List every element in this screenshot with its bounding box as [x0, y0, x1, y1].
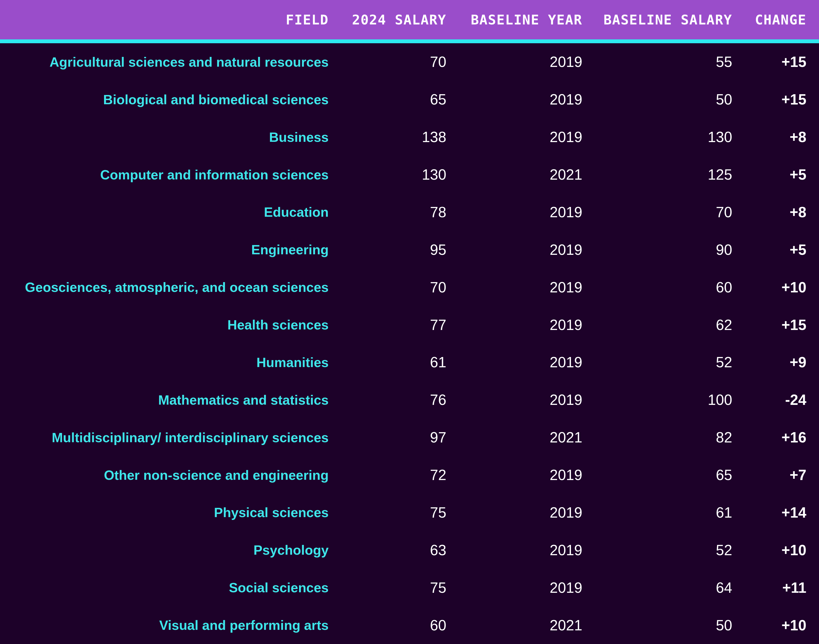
baseline-salary-cell: 52	[582, 543, 732, 558]
baseline-year-cell: 2019	[446, 393, 582, 407]
field-name-cell: Social sciences	[0, 581, 329, 594]
field-name-cell: Engineering	[0, 243, 329, 256]
field-name-cell: Education	[0, 205, 329, 219]
baseline-salary-cell: 64	[582, 580, 732, 595]
salary-change-table: FIELD 2024 SALARY BASELINE YEAR BASELINE…	[0, 0, 819, 644]
field-name-cell: Mathematics and statistics	[0, 393, 329, 407]
change-cell: +9	[732, 355, 807, 370]
table-row: Agricultural sciences and natural resour…	[0, 43, 819, 81]
field-name-cell: Multidisciplinary/ interdisciplinary sci…	[0, 431, 329, 444]
salary-2024-cell: 63	[329, 543, 446, 558]
change-cell: +5	[732, 167, 807, 182]
change-cell: +14	[732, 505, 807, 520]
salary-2024-cell: 75	[329, 505, 446, 520]
table-row: Geosciences, atmospheric, and ocean scie…	[0, 268, 819, 306]
salary-2024-cell: 95	[329, 242, 446, 257]
baseline-salary-cell: 70	[582, 205, 732, 219]
baseline-salary-cell: 55	[582, 55, 732, 69]
baseline-salary-cell: 65	[582, 468, 732, 482]
salary-2024-cell: 138	[329, 130, 446, 144]
salary-2024-cell: 78	[329, 205, 446, 219]
salary-2024-cell: 97	[329, 430, 446, 445]
salary-2024-cell: 130	[329, 167, 446, 182]
salary-2024-cell: 75	[329, 580, 446, 595]
baseline-salary-cell: 82	[582, 430, 732, 445]
table-row: Computer and information sciences 130 20…	[0, 156, 819, 193]
baseline-year-cell: 2019	[446, 505, 582, 520]
change-cell: +15	[732, 55, 807, 69]
change-cell: +5	[732, 242, 807, 257]
change-cell: +15	[732, 317, 807, 332]
header-baseline-year: BASELINE YEAR	[446, 12, 582, 28]
baseline-salary-cell: 61	[582, 505, 732, 520]
field-name-cell: Biological and biomedical sciences	[0, 93, 329, 106]
change-cell: +8	[732, 205, 807, 219]
baseline-salary-cell: 62	[582, 317, 732, 332]
baseline-salary-cell: 60	[582, 280, 732, 295]
change-cell: +16	[732, 430, 807, 445]
baseline-salary-cell: 100	[582, 393, 732, 407]
baseline-salary-cell: 50	[582, 92, 732, 107]
baseline-year-cell: 2019	[446, 92, 582, 107]
salary-2024-cell: 65	[329, 92, 446, 107]
table-row: Social sciences 75 2019 64 +11	[0, 569, 819, 606]
table-row: Biological and biomedical sciences 65 20…	[0, 81, 819, 118]
table-row: Engineering 95 2019 90 +5	[0, 231, 819, 268]
salary-2024-cell: 60	[329, 618, 446, 633]
baseline-year-cell: 2021	[446, 167, 582, 182]
field-name-cell: Physical sciences	[0, 506, 329, 519]
baseline-salary-cell: 52	[582, 355, 732, 370]
table-row: Psychology 63 2019 52 +10	[0, 531, 819, 569]
table-row: Other non-science and engineering 72 201…	[0, 456, 819, 494]
table-row: Visual and performing arts 60 2021 50 +1…	[0, 606, 819, 644]
field-name-cell: Psychology	[0, 543, 329, 557]
field-name-cell: Computer and information sciences	[0, 168, 329, 181]
baseline-year-cell: 2019	[446, 242, 582, 257]
salary-2024-cell: 77	[329, 317, 446, 332]
baseline-year-cell: 2019	[446, 205, 582, 219]
table-row: Education 78 2019 70 +8	[0, 193, 819, 231]
table-header-row: FIELD 2024 SALARY BASELINE YEAR BASELINE…	[0, 0, 819, 39]
baseline-year-cell: 2019	[446, 468, 582, 482]
change-cell: +10	[732, 618, 807, 633]
table-row: Multidisciplinary/ interdisciplinary sci…	[0, 419, 819, 456]
baseline-year-cell: 2019	[446, 55, 582, 69]
baseline-year-cell: 2021	[446, 430, 582, 445]
salary-2024-cell: 70	[329, 55, 446, 69]
baseline-year-cell: 2019	[446, 543, 582, 558]
header-field: FIELD	[0, 12, 329, 28]
field-name-cell: Visual and performing arts	[0, 618, 329, 632]
baseline-salary-cell: 90	[582, 242, 732, 257]
baseline-year-cell: 2019	[446, 130, 582, 144]
change-cell: +11	[732, 580, 807, 595]
field-name-cell: Humanities	[0, 356, 329, 369]
salary-2024-cell: 76	[329, 393, 446, 407]
baseline-year-cell: 2019	[446, 580, 582, 595]
header-change: CHANGE	[732, 12, 807, 28]
table-row: Humanities 61 2019 52 +9	[0, 343, 819, 381]
header-divider-rule	[0, 39, 819, 43]
field-name-cell: Health sciences	[0, 318, 329, 331]
change-cell: +10	[732, 280, 807, 295]
baseline-year-cell: 2019	[446, 317, 582, 332]
table-row: Health sciences 77 2019 62 +15	[0, 306, 819, 343]
field-name-cell: Other non-science and engineering	[0, 468, 329, 482]
salary-2024-cell: 72	[329, 468, 446, 482]
field-name-cell: Business	[0, 130, 329, 144]
baseline-year-cell: 2019	[446, 355, 582, 370]
change-cell: +15	[732, 92, 807, 107]
table-body: Agricultural sciences and natural resour…	[0, 43, 819, 644]
field-name-cell: Agricultural sciences and natural resour…	[0, 55, 329, 69]
header-baseline-salary: BASELINE SALARY	[582, 12, 732, 28]
change-cell: +7	[732, 468, 807, 482]
table-row: Business 138 2019 130 +8	[0, 118, 819, 156]
field-name-cell: Geosciences, atmospheric, and ocean scie…	[0, 281, 329, 294]
baseline-salary-cell: 125	[582, 167, 732, 182]
header-2024-salary: 2024 SALARY	[329, 12, 446, 28]
table-row: Physical sciences 75 2019 61 +14	[0, 494, 819, 532]
baseline-salary-cell: 130	[582, 130, 732, 144]
baseline-salary-cell: 50	[582, 618, 732, 633]
baseline-year-cell: 2019	[446, 280, 582, 295]
baseline-year-cell: 2021	[446, 618, 582, 633]
change-cell: +8	[732, 130, 807, 144]
